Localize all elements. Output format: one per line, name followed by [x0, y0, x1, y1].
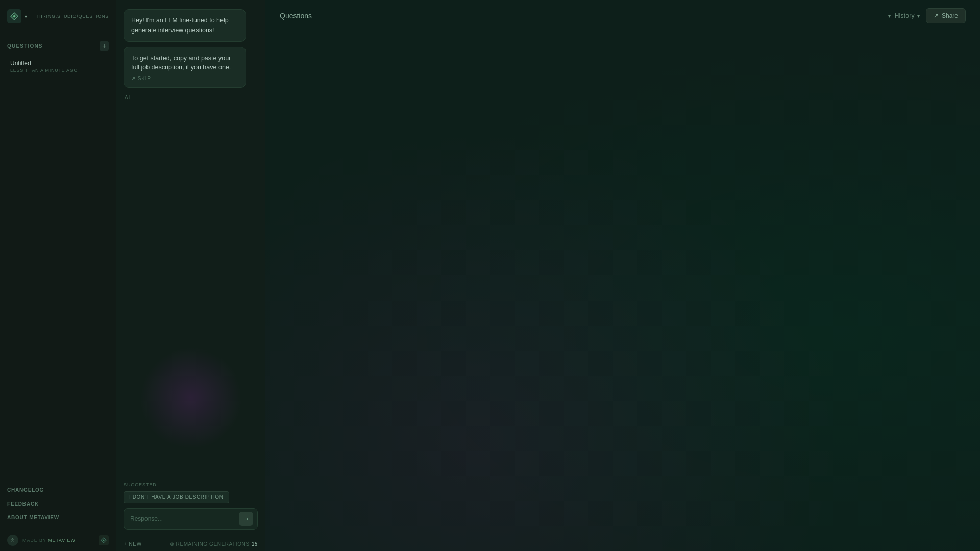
sidebar-item-feedback[interactable]: FEEDBACK: [0, 497, 116, 511]
questions-label: QUESTIONS: [7, 43, 43, 49]
session-time: LESS THAN A MINUTE AGO: [10, 68, 106, 73]
made-by-prefix: MADE BY: [22, 538, 48, 543]
add-question-button[interactable]: +: [100, 41, 109, 51]
footer-logo-icon: [99, 535, 109, 545]
message-bubble-2: To get started, copy and paste your full…: [124, 47, 246, 88]
sidebar: ▾ HIRING.STUDIO/QUESTIONS QUESTIONS + Un…: [0, 0, 116, 551]
remaining-text: ⊕ REMAINING GENERATIONS15: [170, 541, 258, 547]
send-button[interactable]: →: [239, 512, 253, 526]
history-chevron-icon: ▾: [917, 13, 920, 19]
message-text-2: To get started, copy and paste your full…: [131, 54, 238, 73]
header-actions: ▾ History ▾ ↗ Share: [888, 8, 966, 23]
response-input[interactable]: [130, 515, 239, 522]
new-session-button[interactable]: + NEW: [124, 541, 142, 547]
questions-header: QUESTIONS +: [0, 38, 116, 54]
remaining-label: ⊕ REMAINING GENERATIONS: [170, 541, 250, 547]
skip-link[interactable]: ↗ SKIP: [131, 76, 238, 81]
chat-panel: Hey! I'm an LLM fine-tuned to help gener…: [116, 0, 265, 551]
message-bubble-1: Hey! I'm an LLM fine-tuned to help gener…: [124, 9, 246, 42]
sidebar-footer: ⏱ MADE BY METAVIEW: [0, 530, 116, 551]
history-arrow-icon: ▾: [888, 13, 891, 19]
metaview-link[interactable]: METAVIEW: [48, 538, 76, 543]
share-label: Share: [942, 12, 958, 19]
page-title: Questions: [280, 12, 312, 20]
sidebar-item-about[interactable]: ABOUT METAVIEW: [0, 511, 116, 524]
chat-footer-bar: + NEW ⊕ REMAINING GENERATIONS15: [116, 537, 265, 551]
response-input-row: →: [124, 508, 258, 530]
session-title: Untitled: [10, 60, 106, 67]
sidebar-bottom: CHANGELOG FEEDBACK ABOUT METAVIEW: [0, 478, 116, 530]
history-label: History: [895, 12, 915, 19]
remaining-count: 15: [252, 541, 258, 547]
chat-bottom: SUGGESTED I DON'T HAVE A JOB DESCRIPTION…: [116, 477, 265, 537]
logo-area[interactable]: ▾: [7, 9, 27, 23]
main-body: [265, 32, 980, 551]
sidebar-header: ▾ HIRING.STUDIO/QUESTIONS: [0, 0, 116, 33]
chat-messages: Hey! I'm an LLM fine-tuned to help gener…: [116, 0, 265, 477]
message-text-1: Hey! I'm an LLM fine-tuned to help gener…: [131, 16, 238, 35]
suggestion-chip[interactable]: I DON'T HAVE A JOB DESCRIPTION: [124, 491, 229, 503]
share-icon: ↗: [934, 12, 939, 19]
session-item[interactable]: Untitled LESS THAN A MINUTE AGO: [3, 56, 113, 77]
logo-chevron-icon: ▾: [24, 14, 27, 19]
sidebar-item-changelog[interactable]: CHANGELOG: [0, 483, 116, 497]
sidebar-divider: [32, 9, 32, 23]
breadcrumb: HIRING.STUDIO/QUESTIONS: [37, 14, 109, 19]
sidebar-empty-space: [0, 261, 116, 478]
ai-label: AI: [125, 95, 258, 101]
svg-point-3: [103, 540, 105, 541]
skip-label: SKIP: [138, 76, 151, 81]
skip-arrow-icon: ↗: [131, 76, 136, 81]
main-content: Questions ▾ History ▾ ↗ Share: [265, 0, 980, 551]
questions-section: QUESTIONS + Untitled LESS THAN A MINUTE …: [0, 33, 116, 261]
footer-clock-icon: ⏱: [7, 535, 18, 546]
footer-made-by: MADE BY METAVIEW: [22, 538, 76, 543]
main-header: Questions ▾ History ▾ ↗ Share: [265, 0, 980, 32]
logo-icon: [7, 9, 21, 23]
history-button[interactable]: ▾ History ▾: [888, 12, 920, 19]
suggested-label: SUGGESTED: [124, 482, 258, 487]
share-button[interactable]: ↗ Share: [926, 8, 966, 23]
svg-point-1: [13, 15, 15, 17]
